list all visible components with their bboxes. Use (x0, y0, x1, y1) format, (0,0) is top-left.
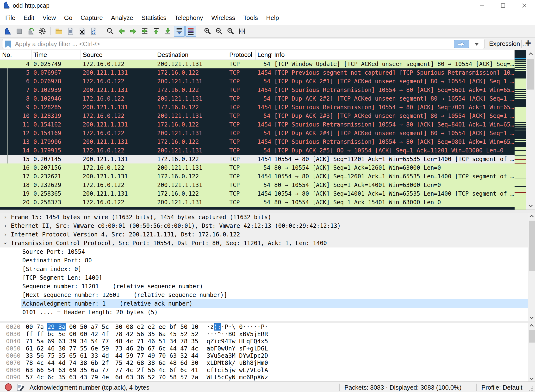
detail-line[interactable]: [Next sequence number: 12601 (relative s… (0, 291, 528, 299)
find-packet-icon[interactable] (105, 26, 116, 37)
menu-statistics[interactable]: Statistics (137, 12, 170, 24)
profile-status[interactable]: Profile: Default (481, 384, 523, 391)
resize-columns-icon[interactable] (236, 26, 248, 37)
bookmark-icon[interactable] (5, 41, 11, 48)
column-header-info[interactable]: Info (272, 50, 515, 60)
detail-line[interactable]: Destination Port: 80 (0, 256, 528, 265)
menu-edit[interactable]: Edit (19, 12, 38, 24)
restart-capture-icon[interactable] (25, 26, 36, 37)
detail-line[interactable]: Source Port: 10554 (0, 247, 528, 256)
scroll-up-icon[interactable] (530, 324, 534, 328)
hex-row-0080[interactable]: 008063 66 54 63 69 35 6a 7777 4c 2f 56 4… (0, 367, 528, 374)
capture-comment-icon[interactable] (16, 383, 24, 391)
stop-capture-icon[interactable] (14, 26, 25, 37)
go-to-packet-icon[interactable] (139, 26, 150, 37)
display-filter-box[interactable] (2, 39, 485, 49)
open-file-icon[interactable] (53, 26, 64, 37)
colorize-icon[interactable] (185, 26, 196, 37)
pane-splitter[interactable] (0, 321, 535, 323)
chevron-down-icon[interactable]: › (0, 239, 10, 247)
packet-row-9[interactable]: 90.128285200.121.1.131172.16.0.122TCP145… (0, 103, 515, 112)
packet-row-13[interactable]: 130.179906200.121.1.131172.16.0.122TCP14… (0, 138, 515, 146)
packet-row-17[interactable]: 170.232621200.121.1.131172.16.0.122TCP14… (0, 172, 515, 181)
scroll-up-icon[interactable] (529, 53, 533, 57)
scroll-up-icon[interactable] (530, 215, 534, 219)
column-header-source[interactable]: Source (81, 50, 155, 60)
hex-row-0060[interactable]: 006033 56 75 35 65 61 33 4d44 59 77 49 7… (0, 352, 528, 359)
add-filter-button[interactable]: + (525, 37, 531, 49)
menu-analyze[interactable]: Analyze (107, 12, 137, 24)
packet-row-7[interactable]: 70.102939200.121.1.131172.16.0.122TCP145… (0, 86, 515, 94)
chevron-right-icon[interactable]: › (0, 230, 10, 239)
scrollbar-thumb[interactable] (529, 221, 535, 271)
capture-options-icon[interactable] (37, 26, 48, 37)
apply-filter-button[interactable] (454, 40, 469, 48)
menu-telephony[interactable]: Telephony (170, 12, 207, 24)
maximize-button[interactable] (492, 0, 514, 11)
detail-line[interactable]: 0101 .... = Header Length: 20 bytes (5) (0, 308, 528, 317)
packet-row-4[interactable]: 40.025749172.16.0.122200.121.1.131TCP54[… (0, 60, 515, 68)
save-file-icon[interactable] (65, 26, 76, 37)
packet-row-12[interactable]: 120.154169172.16.0.122200.121.1.131TCP54… (0, 129, 515, 138)
details-scrollbar[interactable] (528, 213, 535, 321)
detail-line[interactable]: Sequence number: 11201 (relative sequenc… (0, 282, 528, 291)
hex-row-0090[interactable]: 009057 4c 6c 35 63 43 79 4e6d 63 36 52 7… (0, 374, 528, 381)
filter-dropdown-caret-icon[interactable] (474, 43, 479, 46)
menu-file[interactable]: File (1, 12, 19, 24)
hex-row-0040[interactable]: 004071 5a 69 63 39 34 54 7748 4c 71 46 5… (0, 338, 528, 345)
chevron-right-icon[interactable]: › (0, 213, 10, 222)
detail-line[interactable]: [Stream index: 0] (0, 265, 528, 273)
hex-row-0050[interactable]: 005061 62 46 30 77 55 6e 5973 46 2b 67 6… (0, 345, 528, 352)
close-button[interactable] (514, 0, 535, 11)
go-forward-icon[interactable] (128, 26, 139, 37)
menu-go[interactable]: Go (60, 12, 77, 24)
detail-line[interactable]: Acknowledgment number: 1 (relative ack n… (0, 299, 528, 308)
column-header-time[interactable]: Time (31, 50, 81, 60)
menu-help[interactable]: Help (262, 12, 283, 24)
hex-row-0030[interactable]: 0030ff ff bc 5e 00 00 42 4f78 42 56 35 6… (0, 331, 528, 338)
zoom-reset-icon[interactable] (225, 26, 236, 37)
column-header-destination[interactable]: Destination (155, 50, 227, 60)
packet-row-16[interactable]: 160.207156172.16.0.122200.121.1.131TCP54… (0, 163, 515, 172)
auto-scroll-icon[interactable] (174, 26, 185, 37)
packet-row-19[interactable]: 190.258365200.121.1.131172.16.0.122TCP14… (0, 189, 515, 198)
pane-splitter[interactable] (0, 210, 535, 213)
column-header-no[interactable]: No. (0, 50, 31, 60)
detail-line[interactable]: ›Ethernet II, Src: Vmware_c0:00:01 (00:5… (0, 222, 528, 230)
column-header-length[interactable]: Length (255, 50, 272, 60)
packet-row-18[interactable]: 180.232629172.16.0.122200.121.1.131TCP54… (0, 181, 515, 189)
packet-row-8[interactable]: 80.102946172.16.0.122200.121.1.131TCP54[… (0, 94, 515, 103)
scrollbar-thumb[interactable] (529, 330, 535, 343)
go-first-icon[interactable] (151, 26, 162, 37)
detail-line[interactable]: ›Frame 15: 1454 bytes on wire (11632 bit… (0, 213, 528, 222)
detail-line[interactable]: ›Transmission Control Protocol, Src Port… (0, 239, 528, 247)
detail-line[interactable]: ›Internet Protocol Version 4, Src: 200.1… (0, 230, 528, 239)
start-capture-icon[interactable] (2, 26, 13, 37)
close-file-icon[interactable] (76, 26, 87, 37)
packet-row-11[interactable]: 110.154162200.121.1.131172.16.0.122TCP14… (0, 120, 515, 129)
minimize-button[interactable] (471, 0, 492, 11)
intelligent-scrollbar-minimap[interactable] (515, 50, 526, 210)
scroll-down-icon[interactable] (530, 315, 534, 319)
zoom-out-icon[interactable] (213, 26, 224, 37)
hex-scrollbar[interactable] (528, 323, 535, 381)
menu-tools[interactable]: Tools (239, 12, 262, 24)
packet-row-20[interactable]: 200.258373172.16.0.122200.121.1.131TCP54… (0, 198, 515, 207)
display-filter-input[interactable] (15, 39, 448, 48)
scrollbar-thumb[interactable] (527, 59, 534, 90)
menu-capture[interactable]: Capture (76, 12, 107, 24)
reload-file-icon[interactable] (88, 26, 99, 37)
packet-row-15[interactable]: 150.207145200.121.1.131172.16.0.122TCP14… (0, 155, 515, 163)
packet-row-5[interactable]: 50.076967200.121.1.131172.16.0.122TCP145… (0, 68, 515, 77)
column-header-protocol[interactable]: Protocol (227, 50, 255, 60)
detail-line[interactable]: [TCP Segment Len: 1400] (0, 273, 528, 282)
packet-row-10[interactable]: 100.128319172.16.0.122200.121.1.131TCP54… (0, 112, 515, 120)
menu-wireless[interactable]: Wireless (207, 12, 239, 24)
go-last-icon[interactable] (162, 26, 173, 37)
hex-row-0070[interactable]: 007078 4c 44 4d 74 38 6b 2f75 42 68 38 6… (0, 359, 528, 367)
chevron-right-icon[interactable]: › (0, 222, 10, 230)
packet-row-14[interactable]: 140.179915172.16.0.122200.121.1.131TCP54… (0, 146, 515, 155)
hex-row-0020[interactable]: 002000 7a 29 3a 00 50 a7 5c30 08 e2 e2 e… (0, 323, 528, 331)
scroll-down-icon[interactable] (530, 376, 534, 380)
scroll-down-icon[interactable] (529, 203, 533, 207)
